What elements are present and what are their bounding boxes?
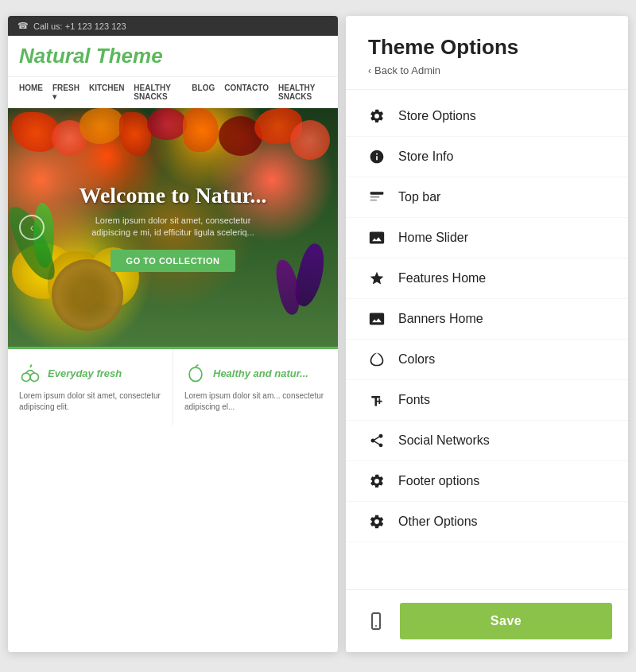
theme-title: Theme Options (368, 35, 606, 60)
store-info-label: Store Info (398, 150, 453, 164)
svg-point-8 (375, 625, 377, 627)
top-bar-label: Top bar (398, 190, 440, 204)
menu-item-other-options[interactable]: Other Options (346, 502, 628, 542)
menu-item-social-networks[interactable]: Social Networks (346, 421, 628, 461)
hero-cta-button[interactable]: GO TO COLLECTION (111, 250, 236, 272)
theme-footer: Save (346, 589, 628, 652)
nav-fresh[interactable]: FRESH ▾ (52, 84, 80, 101)
banner-icon (368, 310, 386, 328)
store-logo: Natural Theme (19, 44, 163, 68)
apple-icon (184, 362, 207, 384)
menu-item-colors[interactable]: Colors (346, 340, 628, 380)
footer-options-label: Footer options (398, 474, 479, 488)
feature-item-fresh: Everyday fresh Lorem ipsum dolor sit ame… (8, 349, 173, 425)
back-label: Back to Admin (374, 64, 440, 76)
hero-prev-arrow[interactable]: ‹ (19, 215, 45, 240)
topbar-text: Call us: +1 123 123 123 (33, 21, 126, 31)
store-nav: HOME FRESH ▾ KITCHEN HEALTHY SNACKS BLOG… (8, 76, 338, 108)
drop-icon (368, 351, 386, 368)
nav-healthy[interactable]: HEALTHY SNACKS (134, 84, 182, 101)
back-chevron-icon: ‹ (368, 65, 371, 76)
features-home-label: Features Home (398, 271, 486, 286)
svg-rect-3 (370, 192, 384, 194)
svg-rect-4 (370, 196, 380, 198)
store-preview: ☎ Call us: +1 123 123 123 Natural Theme … (8, 16, 338, 652)
gear-icon (368, 107, 386, 125)
store-hero: ‹ Welcome to Natur... Lorem ipsum dolor … (8, 108, 338, 347)
home-slider-label: Home Slider (398, 231, 468, 245)
svg-point-6 (376, 521, 378, 523)
feature-healthy-title: Healthy and natur... (213, 367, 308, 379)
feature-item-healthy: Healthy and natur... Lorem ipsum dolor s… (173, 349, 338, 425)
feature-fresh-desc: Lorem ipsum dolor sit amet, consectetur … (19, 390, 161, 413)
mobile-icon (362, 607, 390, 635)
image-icon (368, 229, 386, 247)
menu-item-home-slider[interactable]: Home Slider (346, 218, 628, 258)
phone-icon: ☎ (17, 21, 29, 31)
menu-item-banners-home[interactable]: Banners Home (346, 299, 628, 340)
share-icon (368, 432, 386, 449)
feature-icon-row-2: Healthy and natur... (184, 362, 327, 384)
menu-item-top-bar[interactable]: Top bar (346, 177, 628, 218)
menu-item-store-info[interactable]: Store Info (346, 137, 628, 177)
logo-italic: Natural (19, 44, 91, 68)
svg-point-1 (30, 373, 39, 382)
topbar-icon (368, 188, 386, 206)
nav-contacto[interactable]: CONTACTO (224, 84, 269, 101)
theme-options-panel: Theme Options ‹ Back to Admin Store Opti… (346, 16, 628, 652)
settings-icon (368, 513, 386, 530)
nav-blog[interactable]: BLOG (192, 84, 215, 101)
store-topbar: ☎ Call us: +1 123 123 123 (8, 16, 338, 36)
nav-kitchen[interactable]: KITCHEN (89, 84, 124, 101)
store-logo-area: Natural Theme (8, 36, 338, 76)
store-options-label: Store Options (398, 109, 476, 123)
menu-item-store-options[interactable]: Store Options (346, 96, 628, 137)
fonts-label: Fonts (398, 393, 430, 407)
theme-menu: Store Options Store Info Top bar (346, 90, 628, 589)
cherry-icon (19, 362, 41, 384)
svg-line-2 (30, 365, 32, 368)
store-features: Everyday fresh Lorem ipsum dolor sit ame… (8, 347, 338, 425)
info-icon (368, 148, 386, 165)
menu-item-footer-options[interactable]: Footer options (346, 461, 628, 502)
hero-content: Welcome to Natur... Lorem ipsum dolor si… (63, 183, 282, 273)
footer-gear-icon (368, 472, 386, 490)
feature-fresh-title: Everyday fresh (48, 367, 122, 379)
save-button[interactable]: Save (400, 603, 612, 639)
menu-item-fonts[interactable]: Fonts (346, 380, 628, 421)
back-to-admin-link[interactable]: ‹ Back to Admin (368, 64, 606, 76)
nav-home[interactable]: HOME (19, 84, 43, 101)
other-options-label: Other Options (398, 515, 478, 529)
colors-label: Colors (398, 352, 435, 367)
banners-home-label: Banners Home (398, 312, 483, 326)
svg-point-0 (22, 373, 31, 382)
nav-healthy2[interactable]: HEALTHY SNACKS (278, 84, 327, 101)
feature-healthy-desc: Lorem ipsum dolor sit am... consectetur … (184, 390, 327, 413)
font-icon (368, 391, 386, 409)
feature-icon-row: Everyday fresh (19, 362, 161, 384)
star-icon (368, 270, 386, 287)
logo-regular: Theme (91, 44, 163, 68)
menu-item-features-home[interactable]: Features Home (346, 258, 628, 299)
hero-title: Welcome to Natur... (79, 183, 266, 208)
theme-header: Theme Options ‹ Back to Admin (346, 16, 628, 90)
social-networks-label: Social Networks (398, 433, 490, 448)
svg-rect-5 (370, 200, 377, 202)
hero-subtitle: Lorem ipsum dolor sit amet, consectetur … (85, 215, 260, 239)
